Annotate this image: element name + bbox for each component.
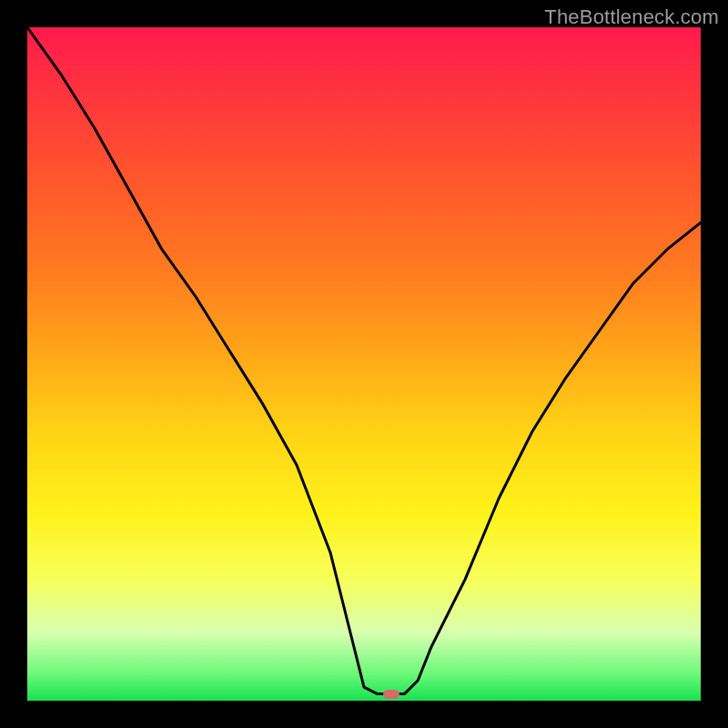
watermark: TheBottleneck.com [544,5,719,29]
bottleneck-curve [27,27,701,701]
plot-area [27,27,701,701]
optimum-marker [383,690,399,699]
chart-frame: TheBottleneck.com [0,0,728,728]
